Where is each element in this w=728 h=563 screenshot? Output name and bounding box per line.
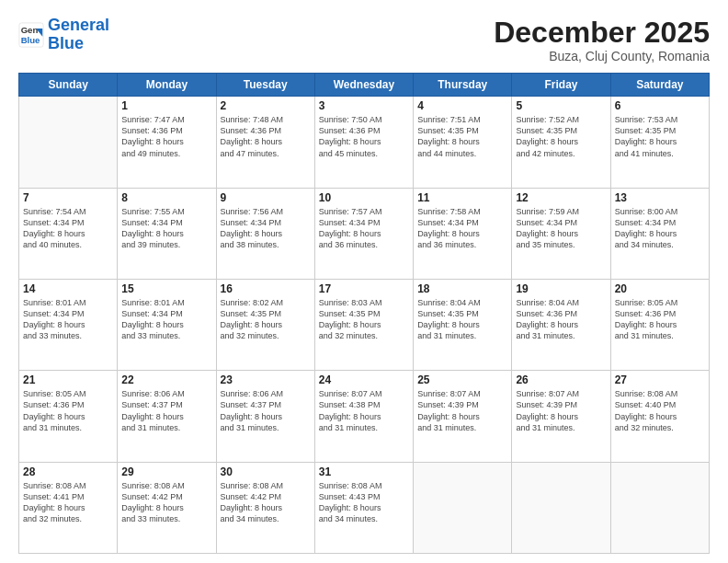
- cell-info: Sunrise: 8:02 AMSunset: 4:35 PMDaylight:…: [221, 297, 311, 342]
- weekday-header-wednesday: Wednesday: [314, 74, 413, 97]
- day-number: 25: [417, 373, 507, 386]
- calendar-cell: 4Sunrise: 7:51 AMSunset: 4:35 PMDaylight…: [414, 97, 512, 188]
- calendar-table: SundayMondayTuesdayWednesdayThursdayFrid…: [18, 73, 710, 554]
- calendar-week-row: 14Sunrise: 8:01 AMSunset: 4:34 PMDayligh…: [19, 279, 710, 370]
- logo-text-block: General Blue: [48, 17, 109, 53]
- day-number: 4: [417, 99, 507, 112]
- cell-info: Sunrise: 8:01 AMSunset: 4:34 PMDaylight:…: [23, 297, 113, 342]
- calendar-cell: 20Sunrise: 8:05 AMSunset: 4:36 PMDayligh…: [610, 279, 709, 370]
- day-number: 3: [319, 99, 409, 112]
- header: Gen Blue General Blue December 2025 Buza…: [18, 17, 710, 63]
- cell-info: Sunrise: 7:53 AMSunset: 4:35 PMDaylight:…: [615, 114, 705, 159]
- calendar-cell: 31Sunrise: 8:08 AMSunset: 4:43 PMDayligh…: [314, 462, 413, 553]
- calendar-cell: 17Sunrise: 8:03 AMSunset: 4:35 PMDayligh…: [314, 279, 413, 370]
- month-title: December 2025: [494, 17, 710, 49]
- logo-general: General: [48, 16, 109, 34]
- weekday-header-thursday: Thursday: [414, 74, 512, 97]
- day-number: 10: [319, 191, 409, 204]
- calendar-cell: 28Sunrise: 8:08 AMSunset: 4:41 PMDayligh…: [19, 462, 118, 553]
- cell-info: Sunrise: 8:06 AMSunset: 4:37 PMDaylight:…: [121, 388, 211, 433]
- day-number: 9: [221, 191, 311, 204]
- cell-info: Sunrise: 8:08 AMSunset: 4:41 PMDaylight:…: [23, 480, 113, 525]
- day-number: 14: [23, 282, 113, 295]
- calendar-week-row: 7Sunrise: 7:54 AMSunset: 4:34 PMDaylight…: [19, 188, 710, 279]
- calendar-cell: 7Sunrise: 7:54 AMSunset: 4:34 PMDaylight…: [19, 188, 118, 279]
- day-number: 29: [121, 465, 211, 478]
- day-number: 11: [417, 191, 507, 204]
- calendar-cell: 25Sunrise: 8:07 AMSunset: 4:39 PMDayligh…: [414, 371, 512, 462]
- cell-info: Sunrise: 8:03 AMSunset: 4:35 PMDaylight:…: [319, 297, 409, 342]
- calendar-cell: [414, 462, 512, 553]
- calendar-cell: [512, 462, 610, 553]
- cell-info: Sunrise: 7:57 AMSunset: 4:34 PMDaylight:…: [319, 206, 409, 251]
- calendar-cell: 9Sunrise: 7:56 AMSunset: 4:34 PMDaylight…: [216, 188, 314, 279]
- logo: Gen Blue General Blue: [18, 17, 109, 53]
- day-number: 23: [221, 373, 311, 386]
- calendar-cell: 1Sunrise: 7:47 AMSunset: 4:36 PMDaylight…: [118, 97, 216, 188]
- day-number: 15: [121, 282, 211, 295]
- calendar-cell: 5Sunrise: 7:52 AMSunset: 4:35 PMDaylight…: [512, 97, 610, 188]
- calendar-cell: 24Sunrise: 8:07 AMSunset: 4:38 PMDayligh…: [314, 371, 413, 462]
- weekday-header-friday: Friday: [512, 74, 610, 97]
- cell-info: Sunrise: 7:59 AMSunset: 4:34 PMDaylight:…: [516, 206, 606, 251]
- day-number: 31: [319, 465, 409, 478]
- calendar-cell: 26Sunrise: 8:07 AMSunset: 4:39 PMDayligh…: [512, 371, 610, 462]
- calendar-cell: 13Sunrise: 8:00 AMSunset: 4:34 PMDayligh…: [610, 188, 709, 279]
- calendar-cell: 14Sunrise: 8:01 AMSunset: 4:34 PMDayligh…: [19, 279, 118, 370]
- calendar-cell: 3Sunrise: 7:50 AMSunset: 4:36 PMDaylight…: [314, 97, 413, 188]
- day-number: 8: [121, 191, 211, 204]
- calendar-cell: 6Sunrise: 7:53 AMSunset: 4:35 PMDaylight…: [610, 97, 709, 188]
- calendar-cell: 12Sunrise: 7:59 AMSunset: 4:34 PMDayligh…: [512, 188, 610, 279]
- cell-info: Sunrise: 8:08 AMSunset: 4:42 PMDaylight:…: [121, 480, 211, 525]
- calendar-week-row: 21Sunrise: 8:05 AMSunset: 4:36 PMDayligh…: [19, 371, 710, 462]
- cell-info: Sunrise: 8:06 AMSunset: 4:37 PMDaylight:…: [221, 388, 311, 433]
- calendar-cell: 18Sunrise: 8:04 AMSunset: 4:35 PMDayligh…: [414, 279, 512, 370]
- calendar-cell: 15Sunrise: 8:01 AMSunset: 4:34 PMDayligh…: [118, 279, 216, 370]
- cell-info: Sunrise: 8:07 AMSunset: 4:39 PMDaylight:…: [417, 388, 507, 433]
- cell-info: Sunrise: 8:04 AMSunset: 4:36 PMDaylight:…: [516, 297, 606, 342]
- weekday-header-tuesday: Tuesday: [216, 74, 314, 97]
- cell-info: Sunrise: 8:04 AMSunset: 4:35 PMDaylight:…: [417, 297, 507, 342]
- weekday-header-row: SundayMondayTuesdayWednesdayThursdayFrid…: [19, 74, 710, 97]
- logo-icon: Gen Blue: [18, 22, 44, 48]
- calendar-cell: 30Sunrise: 8:08 AMSunset: 4:42 PMDayligh…: [216, 462, 314, 553]
- svg-text:Gen: Gen: [21, 25, 39, 35]
- cell-info: Sunrise: 8:07 AMSunset: 4:38 PMDaylight:…: [319, 388, 409, 433]
- calendar-cell: [19, 97, 118, 188]
- calendar-cell: 10Sunrise: 7:57 AMSunset: 4:34 PMDayligh…: [314, 188, 413, 279]
- svg-text:Blue: Blue: [21, 35, 40, 45]
- cell-info: Sunrise: 7:51 AMSunset: 4:35 PMDaylight:…: [417, 114, 507, 159]
- day-number: 20: [615, 282, 705, 295]
- cell-info: Sunrise: 8:08 AMSunset: 4:42 PMDaylight:…: [221, 480, 311, 525]
- day-number: 13: [615, 191, 705, 204]
- calendar-cell: 11Sunrise: 7:58 AMSunset: 4:34 PMDayligh…: [414, 188, 512, 279]
- day-number: 26: [516, 373, 606, 386]
- calendar-cell: 16Sunrise: 8:02 AMSunset: 4:35 PMDayligh…: [216, 279, 314, 370]
- calendar-week-row: 1Sunrise: 7:47 AMSunset: 4:36 PMDaylight…: [19, 97, 710, 188]
- cell-info: Sunrise: 8:05 AMSunset: 4:36 PMDaylight:…: [23, 388, 113, 433]
- day-number: 6: [615, 99, 705, 112]
- cell-info: Sunrise: 8:08 AMSunset: 4:40 PMDaylight:…: [615, 388, 705, 433]
- cell-info: Sunrise: 7:52 AMSunset: 4:35 PMDaylight:…: [516, 114, 606, 159]
- calendar-week-row: 28Sunrise: 8:08 AMSunset: 4:41 PMDayligh…: [19, 462, 710, 553]
- day-number: 19: [516, 282, 606, 295]
- day-number: 7: [23, 191, 113, 204]
- cell-info: Sunrise: 7:48 AMSunset: 4:36 PMDaylight:…: [221, 114, 311, 159]
- cell-info: Sunrise: 8:05 AMSunset: 4:36 PMDaylight:…: [615, 297, 705, 342]
- calendar-cell: 19Sunrise: 8:04 AMSunset: 4:36 PMDayligh…: [512, 279, 610, 370]
- day-number: 12: [516, 191, 606, 204]
- day-number: 27: [615, 373, 705, 386]
- day-number: 1: [121, 99, 211, 112]
- cell-info: Sunrise: 7:50 AMSunset: 4:36 PMDaylight:…: [319, 114, 409, 159]
- location-subtitle: Buza, Cluj County, Romania: [494, 49, 710, 63]
- cell-info: Sunrise: 7:55 AMSunset: 4:34 PMDaylight:…: [121, 206, 211, 251]
- calendar-cell: 23Sunrise: 8:06 AMSunset: 4:37 PMDayligh…: [216, 371, 314, 462]
- cell-info: Sunrise: 8:00 AMSunset: 4:34 PMDaylight:…: [615, 206, 705, 251]
- day-number: 30: [221, 465, 311, 478]
- day-number: 24: [319, 373, 409, 386]
- cell-info: Sunrise: 8:07 AMSunset: 4:39 PMDaylight:…: [516, 388, 606, 433]
- calendar-cell: [610, 462, 709, 553]
- weekday-header-sunday: Sunday: [19, 74, 118, 97]
- day-number: 16: [221, 282, 311, 295]
- cell-info: Sunrise: 7:58 AMSunset: 4:34 PMDaylight:…: [417, 206, 507, 251]
